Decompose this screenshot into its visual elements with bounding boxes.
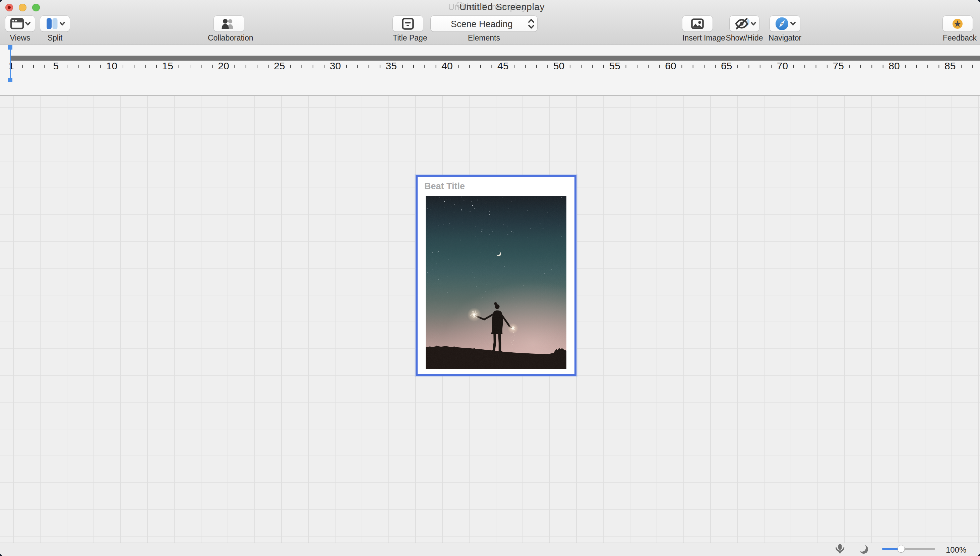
svg-text:40: 40 (441, 60, 452, 71)
svg-text:85: 85 (944, 60, 956, 71)
svg-text:45: 45 (497, 60, 509, 71)
svg-text:10: 10 (106, 60, 117, 71)
svg-text:20: 20 (218, 60, 229, 71)
svg-text:80: 80 (889, 60, 899, 71)
svg-text:75: 75 (833, 60, 844, 71)
svg-text:60: 60 (665, 60, 676, 71)
svg-text:25: 25 (274, 60, 285, 71)
svg-text:30: 30 (330, 60, 341, 71)
svg-text:15: 15 (162, 60, 173, 71)
svg-text:5: 5 (53, 60, 59, 71)
svg-text:65: 65 (721, 60, 732, 71)
svg-text:35: 35 (386, 60, 397, 71)
svg-text:50: 50 (553, 60, 564, 71)
svg-text:70: 70 (777, 60, 788, 71)
svg-text:55: 55 (609, 60, 620, 71)
